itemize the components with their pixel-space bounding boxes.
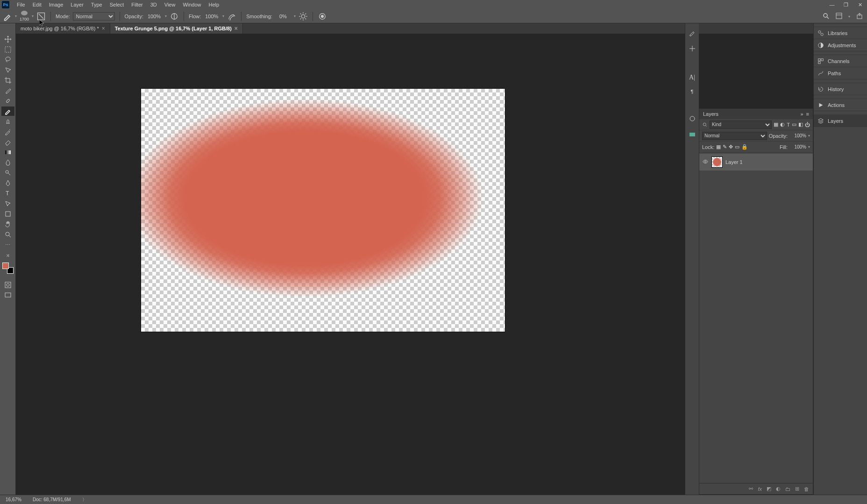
paragraph-panel-icon[interactable]: ¶: [691, 89, 694, 94]
doc-size[interactable]: Doc: 68,7M/91,6M: [33, 497, 71, 502]
menu-help[interactable]: Help: [205, 0, 223, 9]
close-tab-icon[interactable]: ×: [235, 25, 238, 32]
link-layers-icon[interactable]: ⚯: [749, 486, 753, 492]
new-layer-icon[interactable]: ⊞: [795, 486, 799, 492]
menu-layer[interactable]: Layer: [67, 0, 87, 9]
workspace-switcher-icon[interactable]: [835, 12, 843, 21]
gradient-tool[interactable]: [1, 148, 14, 157]
character-panel-icon[interactable]: A|: [689, 74, 695, 81]
collapse-panel-icon[interactable]: »: [800, 111, 803, 117]
menu-3d[interactable]: 3D: [147, 0, 161, 9]
chevron-down-icon[interactable]: ▾: [165, 14, 167, 18]
flow-input[interactable]: [204, 14, 220, 19]
brush-preview[interactable]: 1700: [20, 11, 29, 21]
panel-tab-history[interactable]: History: [814, 83, 867, 95]
pen-tool[interactable]: [1, 178, 14, 188]
new-group-icon[interactable]: 🗀: [785, 486, 790, 492]
minimize-icon[interactable]: —: [825, 0, 839, 9]
document-tab[interactable]: moto biker.jpg @ 16,7% (RGB/8) * ×: [16, 23, 110, 34]
layer-visibility-icon[interactable]: [702, 158, 709, 166]
close-tab-icon[interactable]: ×: [102, 25, 105, 32]
chevron-down-icon[interactable]: ▾: [222, 14, 224, 18]
smoothing-input[interactable]: [275, 14, 291, 19]
panel-tab-paths[interactable]: Paths: [814, 67, 867, 79]
pressure-opacity-icon[interactable]: [170, 12, 179, 21]
filter-adjustment-icon[interactable]: ◐: [780, 121, 785, 128]
maximize-icon[interactable]: ❐: [839, 0, 853, 9]
lock-pixels-icon[interactable]: ✎: [723, 144, 727, 150]
menu-edit[interactable]: Edit: [29, 0, 45, 9]
screenmode-icon[interactable]: [1, 291, 14, 300]
menu-type[interactable]: Type: [87, 0, 106, 9]
lock-all-icon[interactable]: 🔒: [741, 144, 748, 150]
path-selection-tool[interactable]: [1, 199, 14, 208]
chevron-down-icon[interactable]: ▾: [294, 14, 296, 18]
layer-thumbnail[interactable]: [711, 156, 723, 168]
chevron-down-icon[interactable]: ▾: [15, 14, 17, 18]
shape-tool[interactable]: [1, 209, 14, 219]
menu-select[interactable]: Select: [106, 0, 128, 9]
type-tool[interactable]: T: [1, 189, 14, 198]
close-icon[interactable]: ✕: [853, 0, 867, 9]
eraser-tool[interactable]: [1, 137, 14, 147]
chevron-down-icon[interactable]: ▾: [808, 134, 810, 138]
brush-tool-preset-icon[interactable]: [3, 12, 12, 21]
search-icon[interactable]: [822, 12, 830, 21]
layer-name[interactable]: Layer 1: [725, 159, 743, 165]
healing-tool[interactable]: [1, 96, 14, 106]
foreground-color[interactable]: [2, 263, 9, 269]
blend-mode-select[interactable]: Normal: [73, 12, 115, 21]
lock-transparency-icon[interactable]: ▦: [716, 144, 721, 150]
clone-source-icon[interactable]: [689, 45, 696, 53]
status-chevron-icon[interactable]: 〉: [82, 497, 87, 503]
quick-selection-tool[interactable]: [1, 65, 14, 75]
document-tab[interactable]: Texture Grunge 5.png @ 16,7% (Layer 1, R…: [110, 23, 243, 34]
color-swatches[interactable]: [2, 263, 14, 274]
chevron-down-icon[interactable]: ▾: [808, 145, 810, 149]
panel-tab-libraries[interactable]: Libraries: [814, 27, 867, 39]
edit-toolbar-icon[interactable]: ⋯: [1, 240, 14, 249]
panel-menu-icon[interactable]: ≡: [806, 111, 809, 117]
lasso-tool[interactable]: [1, 55, 14, 64]
brush-tool[interactable]: [1, 106, 14, 116]
panel-tab-adjustments[interactable]: Adjustments: [814, 39, 867, 51]
quickmask-icon[interactable]: [1, 280, 14, 290]
layer-blend-mode[interactable]: Normal: [702, 132, 767, 140]
panel-tab-layers[interactable]: Layers: [814, 115, 867, 127]
swap-colors-icon[interactable]: ⤭: [1, 253, 14, 258]
brush-settings-icon[interactable]: [689, 29, 696, 37]
menu-file[interactable]: File: [13, 0, 29, 9]
menu-filter[interactable]: Filter: [128, 0, 146, 9]
lock-position-icon[interactable]: ✥: [729, 144, 733, 150]
blur-tool[interactable]: [1, 158, 14, 167]
adjustment-layer-icon[interactable]: ◐: [776, 486, 781, 492]
filter-smart-icon[interactable]: ◧: [798, 121, 803, 128]
clone-stamp-tool[interactable]: [1, 117, 14, 126]
menu-window[interactable]: Window: [179, 0, 205, 9]
layer-filter-type[interactable]: Kind: [710, 121, 772, 129]
eyedropper-tool[interactable]: [1, 86, 14, 95]
marquee-tool[interactable]: [1, 45, 14, 54]
share-icon[interactable]: [856, 12, 863, 21]
pressure-size-icon[interactable]: [318, 12, 327, 21]
filter-toggle-icon[interactable]: ⏻: [805, 122, 810, 128]
history-brush-tool[interactable]: [1, 127, 14, 136]
panel-tab-actions[interactable]: Actions: [814, 99, 867, 111]
crop-tool[interactable]: [1, 76, 14, 85]
layer-opacity-input[interactable]: [789, 133, 806, 138]
chevron-down-icon[interactable]: ▾: [848, 14, 850, 19]
zoom-level[interactable]: 16,67%: [6, 497, 21, 502]
dodge-tool[interactable]: [1, 168, 14, 177]
menu-view[interactable]: View: [161, 0, 179, 9]
canvas[interactable]: [141, 89, 505, 332]
menu-image[interactable]: Image: [45, 0, 67, 9]
airbrush-icon[interactable]: [227, 12, 236, 21]
layer-fill-input[interactable]: [789, 144, 806, 149]
brush-panel-toggle-icon[interactable]: [36, 12, 46, 21]
panel-tab-channels[interactable]: Channels: [814, 55, 867, 67]
filter-pixel-icon[interactable]: ▦: [774, 121, 778, 128]
layer-row[interactable]: Layer 1: [699, 154, 813, 170]
delete-layer-icon[interactable]: 🗑: [804, 486, 809, 492]
layer-fx-icon[interactable]: fx: [758, 486, 762, 492]
hand-tool[interactable]: [1, 220, 14, 229]
